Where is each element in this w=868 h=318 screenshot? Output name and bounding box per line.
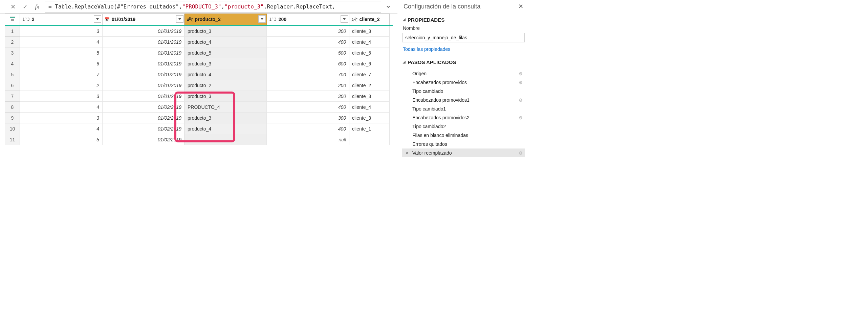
table-corner[interactable] (5, 14, 20, 25)
cell-col3[interactable]: producto_4 (185, 69, 267, 80)
row-number[interactable]: 7 (5, 91, 20, 102)
row-number[interactable]: 1 (5, 26, 20, 37)
query-name-input[interactable] (402, 33, 525, 42)
table-row[interactable]: 3501/01/2019producto_5500cliente_5 (5, 47, 393, 58)
cell-col5[interactable]: cliente_2 (349, 80, 390, 91)
cell-col4[interactable]: 600 (267, 58, 349, 69)
cell-col1[interactable]: 5 (20, 134, 102, 145)
cell-col2[interactable]: 01/02/2019 (102, 134, 185, 145)
row-number[interactable]: 8 (5, 102, 20, 113)
gear-icon[interactable]: ⚙ (519, 80, 523, 85)
cell-col4[interactable]: null (267, 134, 349, 145)
cell-col2[interactable]: 01/01/2019 (102, 58, 185, 69)
cell-col5[interactable]: cliente_6 (349, 58, 390, 69)
cell-col4[interactable]: 700 (267, 69, 349, 80)
col-header-cliente[interactable]: ABC cliente_2 (349, 14, 390, 25)
gear-icon[interactable]: ⚙ (519, 98, 523, 103)
cell-col1[interactable]: 3 (20, 26, 102, 37)
cell-col1[interactable]: 7 (20, 69, 102, 80)
cell-col1[interactable]: 4 (20, 123, 102, 134)
cell-col2[interactable]: 01/01/2019 (102, 69, 185, 80)
formula-input[interactable]: = Table.ReplaceValue(#"Errores quitados"… (45, 1, 381, 13)
cell-col5[interactable] (349, 134, 390, 145)
table-row[interactable]: 7301/01/2019producto_3300cliente_3 (5, 91, 393, 102)
row-number[interactable]: 3 (5, 47, 20, 58)
table-row[interactable]: 9301/02/2019producto_3300cliente_3 (5, 113, 393, 123)
cell-col5[interactable]: cliente_5 (349, 47, 390, 58)
cell-col2[interactable]: 01/02/2019 (102, 123, 185, 134)
cell-col3[interactable]: producto_3 (185, 113, 267, 123)
applied-step[interactable]: Tipo cambiado1 (402, 104, 525, 113)
cell-col2[interactable]: 01/01/2019 (102, 26, 185, 37)
cell-col5[interactable]: cliente_4 (349, 102, 390, 113)
cell-col4[interactable]: 300 (267, 91, 349, 102)
cell-col2[interactable]: 01/01/2019 (102, 80, 185, 91)
cell-col5[interactable]: cliente_7 (349, 69, 390, 80)
cell-col5[interactable]: cliente_3 (349, 26, 390, 37)
row-number[interactable]: 4 (5, 58, 20, 69)
filter-button[interactable] (94, 15, 101, 23)
cell-col5[interactable]: cliente_3 (349, 113, 390, 123)
cell-col5[interactable]: cliente_4 (349, 37, 390, 47)
cell-col1[interactable]: 3 (20, 113, 102, 123)
cell-col4[interactable]: 500 (267, 47, 349, 58)
row-number[interactable]: 11 (5, 134, 20, 145)
gear-icon[interactable]: ⚙ (519, 151, 523, 156)
col-header-2[interactable]: 1²3 2 (20, 14, 102, 25)
table-row[interactable]: 11501/02/2019null (5, 134, 393, 145)
cell-col1[interactable]: 4 (20, 37, 102, 47)
applied-step[interactable]: Encabezados promovidos1⚙ (402, 96, 525, 104)
col-header-producto[interactable]: ABC producto_2 (185, 14, 267, 25)
table-row[interactable]: 8401/02/2019PRODUCTO_4400cliente_4 (5, 102, 393, 113)
filter-button[interactable] (176, 15, 183, 23)
row-number[interactable]: 10 (5, 123, 20, 134)
gear-icon[interactable]: ⚙ (519, 115, 523, 120)
cell-col2[interactable]: 01/01/2019 (102, 37, 185, 47)
cell-col3[interactable]: producto_5 (185, 47, 267, 58)
cell-col3[interactable]: producto_3 (185, 58, 267, 69)
cell-col4[interactable]: 300 (267, 26, 349, 37)
applied-step[interactable]: Encabezados promovidos2⚙ (402, 113, 525, 122)
gear-icon[interactable]: ⚙ (519, 71, 523, 76)
applied-step[interactable]: Valor reemplazado⚙ (402, 148, 525, 157)
cell-col5[interactable]: cliente_3 (349, 91, 390, 102)
cell-col3[interactable]: producto_3 (185, 91, 267, 102)
applied-step[interactable]: Tipo cambiado2 (402, 122, 525, 131)
steps-section-head[interactable]: PASOS APLICADOS (402, 57, 525, 67)
applied-step[interactable]: Tipo cambiado (402, 87, 525, 96)
cell-col1[interactable]: 3 (20, 91, 102, 102)
row-number[interactable]: 6 (5, 80, 20, 91)
cell-col2[interactable]: 01/02/2019 (102, 113, 185, 123)
table-row[interactable]: 4601/01/2019producto_3600cliente_6 (5, 58, 393, 69)
all-properties-link[interactable]: Todas las propiedades (402, 46, 525, 57)
col-header-200[interactable]: 1²3 200 (267, 14, 349, 25)
applied-step[interactable]: Encabezados promovidos⚙ (402, 78, 525, 87)
table-row[interactable]: 2401/01/2019producto_4400cliente_4 (5, 37, 393, 47)
table-row[interactable]: 5701/01/2019producto_4700cliente_7 (5, 69, 393, 80)
cell-col1[interactable]: 4 (20, 102, 102, 113)
table-row[interactable]: 1301/01/2019producto_3300cliente_3 (5, 26, 393, 37)
applied-step[interactable]: Filas en blanco eliminadas (402, 131, 525, 140)
col-header-date[interactable]: 📅 01/01/2019 (102, 14, 185, 25)
cell-col3[interactable]: producto_4 (185, 37, 267, 47)
cell-col3[interactable]: producto_3 (185, 26, 267, 37)
row-number[interactable]: 5 (5, 69, 20, 80)
properties-section-head[interactable]: PROPIEDADES (402, 15, 525, 25)
cell-col4[interactable]: 400 (267, 37, 349, 47)
fx-icon[interactable]: fx (32, 2, 42, 12)
cell-col3[interactable]: PRODUCTO_4 (185, 102, 267, 113)
cell-col1[interactable]: 2 (20, 80, 102, 91)
cell-col4[interactable]: 400 (267, 123, 349, 134)
row-number[interactable]: 9 (5, 113, 20, 123)
applied-step[interactable]: Errores quitados (402, 140, 525, 148)
accept-formula-button[interactable]: ✓ (20, 2, 30, 12)
cell-col3[interactable]: producto_2 (185, 80, 267, 91)
cell-col1[interactable]: 5 (20, 47, 102, 58)
formula-expand-button[interactable] (384, 1, 393, 13)
cell-col4[interactable]: 200 (267, 80, 349, 91)
applied-step[interactable]: Origen⚙ (402, 69, 525, 78)
cancel-formula-button[interactable]: ✕ (8, 2, 18, 12)
table-row[interactable]: 10401/02/2019producto_4400cliente_1 (5, 123, 393, 134)
table-row[interactable]: 6201/01/2019producto_2200cliente_2 (5, 80, 393, 91)
cell-col2[interactable]: 01/01/2019 (102, 91, 185, 102)
